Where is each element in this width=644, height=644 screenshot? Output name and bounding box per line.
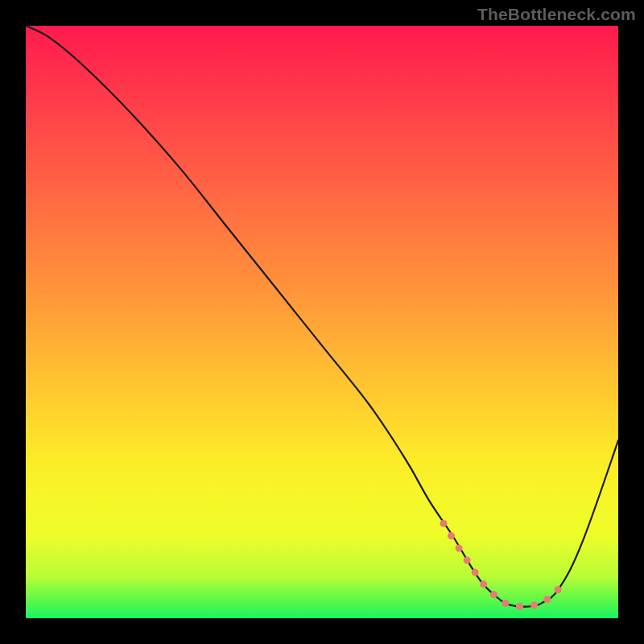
bottleneck-curve-line bbox=[26, 26, 618, 607]
chart-frame: TheBottleneck.com bbox=[0, 0, 644, 644]
optimal-range-dots bbox=[444, 523, 559, 606]
watermark-text: TheBottleneck.com bbox=[477, 5, 636, 24]
chart-svg bbox=[26, 26, 618, 618]
plot-area bbox=[26, 26, 618, 618]
